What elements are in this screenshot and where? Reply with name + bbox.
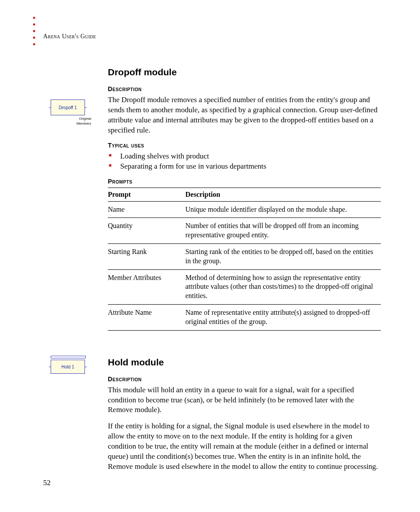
cell-prompt: Member Attributes (108, 269, 185, 304)
page: Arena User's Guide Dropoff 1 Original Me… (0, 0, 420, 512)
dropoff-icon-sublabels: Original Members (51, 116, 91, 126)
hold-description-p1: This module will hold an entity in a que… (108, 385, 381, 416)
cell-desc: Starting rank of the entities to be drop… (185, 244, 381, 270)
table-row: Member Attributes Method of determining … (108, 269, 381, 304)
cell-desc: Number of entities that will be dropped … (185, 218, 381, 244)
dropoff-description-heading: Description (108, 85, 381, 92)
running-header: Arena User's Guide (43, 33, 96, 40)
cell-desc: Name of representative entity attribute(… (185, 305, 381, 331)
list-item: Loading shelves with product (108, 151, 381, 162)
dropoff-module-shape: Dropoff 1 (51, 99, 85, 115)
table-header-description: Description (185, 188, 381, 201)
dropoff-typical-uses-list: Loading shelves with product Separating … (108, 151, 381, 172)
table-row: Starting Rank Starting rank of the entit… (108, 244, 381, 270)
hold-icon-label: Hold 1 (62, 365, 74, 369)
table-row: Quantity Number of entities that will be… (108, 218, 381, 244)
dropoff-typical-uses-heading: Typical uses (108, 142, 381, 149)
cell-prompt: Name (108, 201, 185, 218)
cell-prompt: Starting Rank (108, 244, 185, 270)
dropoff-prompts-heading: Prompts (108, 178, 381, 185)
hold-module-icon: Hold 1 (51, 356, 88, 374)
dropoff-description-text: The Dropoff module removes a specified n… (108, 95, 381, 136)
list-item: Separating a form for use in various dep… (108, 162, 381, 172)
header-dots (33, 17, 35, 45)
dropoff-prompts-table: Prompt Description Name Unique module id… (108, 188, 381, 331)
dropoff-icon-label: Dropoff 1 (59, 105, 77, 110)
main-content: Dropoff module Description The Dropoff m… (108, 67, 381, 478)
hold-title: Hold module (108, 357, 381, 368)
table-row: Name Unique module identifier displayed … (108, 201, 381, 218)
hold-queue-bar-icon (51, 356, 86, 358)
hold-description-p2: If the entity is holding for a signal, t… (108, 421, 381, 472)
dropoff-icon-sub1: Original (51, 116, 91, 121)
cell-desc: Unique module identifier displayed on th… (185, 201, 381, 218)
dropoff-icon-sub2: Members (51, 121, 91, 126)
cell-prompt: Quantity (108, 218, 185, 244)
cell-prompt: Attribute Name (108, 305, 185, 331)
table-header-prompt: Prompt (108, 188, 185, 201)
table-row: Attribute Name Name of representative en… (108, 305, 381, 331)
dropoff-title: Dropoff module (108, 67, 381, 77)
cell-desc: Method of determining how to assign the … (185, 269, 381, 304)
hold-module-shape: Hold 1 (51, 360, 85, 374)
dropoff-module-icon: Dropoff 1 Original Members (51, 99, 88, 126)
page-number: 52 (43, 479, 51, 487)
hold-description-heading: Description (108, 376, 381, 383)
